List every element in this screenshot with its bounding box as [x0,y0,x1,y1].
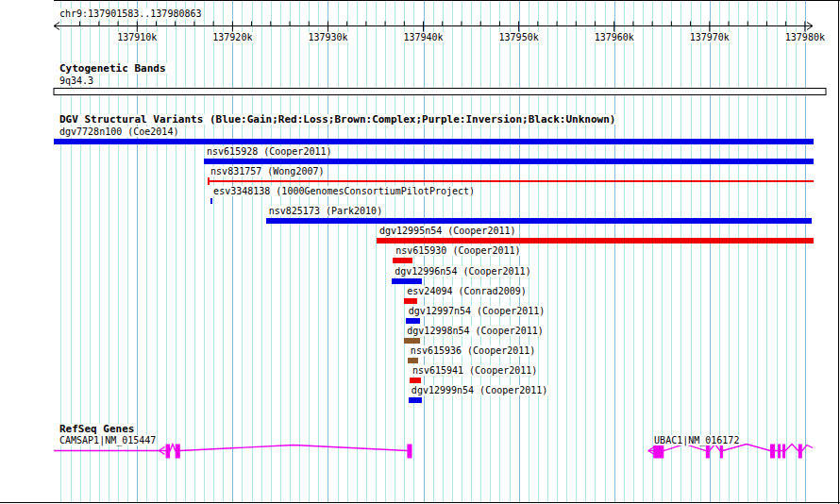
variant-bar[interactable] [204,159,814,164]
variant-label[interactable]: dgv12998n54 (Cooper2011) [406,326,545,336]
variant-label[interactable]: nsv615936 (Cooper2011) [410,345,536,356]
gene-label[interactable]: CAMSAP1|NM_015447 [59,435,157,445]
variant-label[interactable]: dgv12996n54 (Cooper2011) [394,266,532,277]
axis-tick-label: 137910k [116,32,158,42]
gene-exon [782,445,785,459]
variant-label[interactable]: nsv615941 (Cooper2011) [412,365,538,376]
variant-bar[interactable] [54,139,814,144]
variant-line[interactable] [208,180,814,182]
section-title-dgv: DGV Structural Variants (Blue:Gain;Red:L… [59,114,616,125]
gene-label[interactable]: UBAC1|NM_016172 [653,435,740,445]
axis-tick-label: 137970k [689,32,731,42]
axis-tick-label: 137950k [498,32,540,42]
axis-tick-label: 137960k [594,32,635,42]
variant-label[interactable]: esv24094 (Conrad2009) [406,286,527,296]
gene-exon [166,445,171,459]
variant-bar[interactable] [406,318,420,324]
variant-tick[interactable] [210,198,212,204]
gene-exon [770,445,775,459]
axis-tick-label: 137930k [307,32,348,42]
gene-exon [176,445,180,459]
variant-bar[interactable] [266,218,812,224]
variant-bar[interactable] [409,397,422,403]
variant-bar[interactable] [408,358,418,363]
gene-exon [407,445,412,459]
cytoband-bar [54,89,826,95]
section-title-cytobands: Cytogenetic Bands [59,63,167,74]
variant-label[interactable]: dgv12999n54 (Cooper2011) [411,385,549,395]
variant-label[interactable]: dgv7728n100 (Coe2014) [59,126,179,137]
variant-bar[interactable] [392,278,422,284]
variant-bar[interactable] [404,338,420,344]
variant-bar[interactable] [377,238,814,244]
variant-label[interactable]: nsv825173 (Park2010) [268,206,383,216]
variant-bar[interactable] [410,378,421,383]
variant-bar[interactable] [393,258,412,263]
variant-label[interactable]: nsv615930 (Cooper2011) [395,245,521,256]
region-coordinates: chr9:137901583..137980863 [59,8,203,19]
gene-exon [798,445,802,459]
variant-label[interactable]: nsv831757 (Wong2007) [210,166,325,176]
section-title-refseq: RefSeq Genes [59,424,135,434]
variant-bar[interactable] [404,298,417,304]
axis-tick-label: 137980k [784,32,826,42]
variant-label[interactable]: nsv615928 (Cooper2011) [206,146,332,157]
genome-browser-panel: chr9:137901583..137980863 Cytogenetic Ba… [0,0,840,504]
gene-exon [653,445,664,459]
variant-label[interactable]: dgv12997n54 (Cooper2011) [408,306,546,316]
gene-exon [706,445,710,459]
gene-exon [720,445,723,459]
variant-label[interactable]: esv3348138 (1000GenomesConsortiumPilotPr… [212,186,476,196]
axis-tick-label: 137920k [211,32,253,42]
gene-exon [778,445,781,459]
variant-label[interactable]: dgv12995n54 (Cooper2011) [378,226,517,236]
cytoband-label: 9q34.3 [59,76,94,86]
axis-tick-label: 137940k [402,32,444,42]
